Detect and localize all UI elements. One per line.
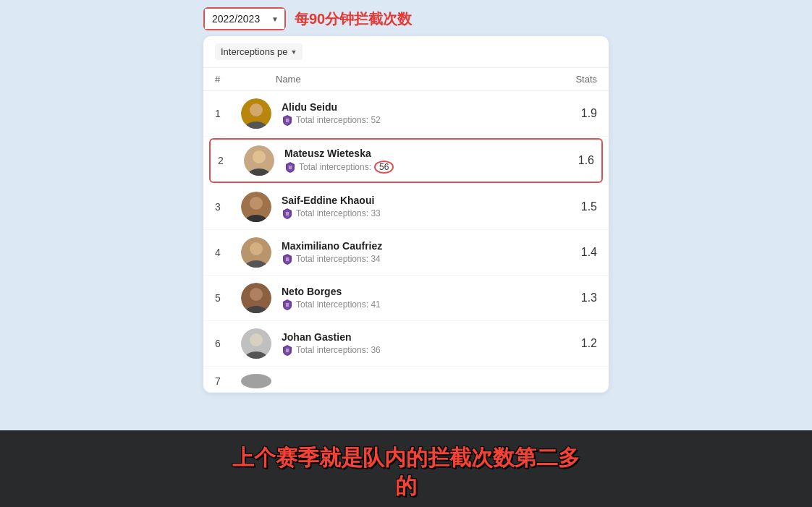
player-name: Maximiliano Caufriez (282, 240, 539, 252)
player-name: Neto Borges (282, 286, 539, 297)
stat-value: 1.3 (539, 291, 597, 304)
player-name: Saif-Eddine Khaoui (282, 195, 539, 206)
main-container: 2022/2023 每90分钟拦截次数 Interceptions pe ▼ #… (0, 0, 812, 507)
svg-point-1 (250, 103, 263, 116)
rank-number: 7 (215, 375, 241, 387)
rank-number: 5 (215, 292, 241, 304)
season-selector-wrapper[interactable]: 2022/2023 (203, 7, 286, 30)
player-info: Alidu Seidu Total interceptions: 52 (276, 101, 539, 126)
table-row: 4 Maximiliano Caufriez Total interceptio… (203, 230, 609, 276)
table-header: # Name Stats (203, 68, 609, 91)
svg-point-24 (241, 374, 271, 388)
col-name: Name (241, 74, 539, 85)
player-interceptions-prefix: Total interceptions: (299, 162, 371, 172)
svg-rect-3 (286, 119, 289, 122)
table-row: 1 Alidu Seidu Total interceptions: 52 1.… (203, 91, 609, 137)
bottom-line2: 的 (0, 472, 812, 500)
player-info: Maximiliano Caufriez Total interceptions… (276, 240, 539, 265)
svg-rect-7 (289, 166, 292, 169)
table-row: 2 Mateusz Wieteska Total interceptions: … (211, 140, 601, 182)
table-row-partial: 7 (203, 367, 609, 393)
avatar (241, 374, 271, 388)
player-interceptions: Total interceptions: 33 (296, 208, 381, 218)
svg-rect-11 (286, 212, 289, 216)
table-row: 5 Neto Borges Total interceptions: 41 1.… (203, 276, 609, 321)
rank-number: 1 (215, 108, 241, 119)
player-info: Johan Gastien Total interceptions: 36 (276, 331, 539, 356)
table-row: 3 Saif-Eddine Khaoui Total interceptions… (203, 184, 609, 230)
svg-point-13 (250, 242, 263, 255)
svg-rect-23 (286, 349, 289, 352)
player-info: Saif-Eddine Khaoui Total interceptions: … (276, 195, 539, 219)
highlighted-row: 2 Mateusz Wieteska Total interceptions: … (209, 138, 603, 183)
avatar (241, 283, 271, 313)
svg-rect-15 (286, 257, 289, 261)
svg-rect-19 (286, 303, 289, 307)
table-row: 6 Johan Gastien Total interceptions: 36 … (203, 321, 609, 367)
avatar (241, 98, 271, 129)
player-info: Mateusz Wieteska Total interceptions: 56 (279, 148, 536, 174)
player-name: Alidu Seidu (282, 101, 539, 113)
rank-number: 2 (218, 155, 244, 166)
circled-value: 56 (374, 161, 394, 174)
player-sub: Total interceptions: 56 (284, 161, 536, 174)
player-interceptions: Total interceptions: 41 (296, 299, 381, 310)
player-interceptions: Total interceptions: 34 (296, 254, 381, 264)
filter-row: Interceptions pe ▼ (203, 36, 609, 68)
avatar (241, 237, 271, 268)
player-sub: Total interceptions: 36 (282, 344, 539, 356)
player-info: Neto Borges Total interceptions: 41 (276, 286, 539, 310)
svg-point-17 (250, 288, 263, 301)
svg-point-21 (250, 333, 263, 346)
avatar (241, 192, 271, 222)
bottom-text-overlay: 上个赛季就是队内的拦截次数第二多 的 (0, 430, 812, 507)
bottom-line1: 上个赛季就是队内的拦截次数第二多 (0, 443, 812, 472)
annotation-red-label: 每90分钟拦截次数 (295, 9, 412, 29)
col-rank: # (215, 74, 241, 85)
stat-value: 1.4 (539, 246, 597, 259)
col-stats: Stats (539, 74, 597, 85)
player-name: Mateusz Wieteska (284, 148, 536, 159)
stat-value: 1.9 (539, 107, 597, 120)
season-select[interactable]: 2022/2023 (205, 9, 284, 29)
svg-point-9 (250, 197, 263, 210)
stat-value: 1.5 (539, 200, 597, 213)
stat-value: 1.2 (539, 337, 597, 350)
stat-value: 1.6 (536, 154, 594, 167)
player-name: Johan Gastien (282, 331, 539, 343)
player-sub: Total interceptions: 41 (282, 299, 539, 310)
filter-label: Interceptions pe (221, 46, 288, 57)
player-sub: Total interceptions: 52 (282, 114, 539, 126)
rank-number: 6 (215, 338, 241, 349)
player-interceptions: Total interceptions: 36 (296, 345, 381, 355)
avatar (241, 328, 271, 359)
player-sub: Total interceptions: 33 (282, 208, 539, 219)
avatar (244, 145, 274, 176)
stats-card: Interceptions pe ▼ # Name Stats 1 Alidu … (203, 36, 609, 393)
top-bar: 2022/2023 每90分钟拦截次数 (203, 0, 609, 36)
filter-arrow-icon: ▼ (291, 48, 297, 56)
filter-dropdown[interactable]: Interceptions pe ▼ (215, 43, 303, 60)
svg-point-5 (253, 150, 266, 163)
rank-number: 3 (215, 201, 241, 213)
player-interceptions: Total interceptions: 52 (296, 115, 381, 125)
rank-number: 4 (215, 247, 241, 258)
player-sub: Total interceptions: 34 (282, 253, 539, 265)
